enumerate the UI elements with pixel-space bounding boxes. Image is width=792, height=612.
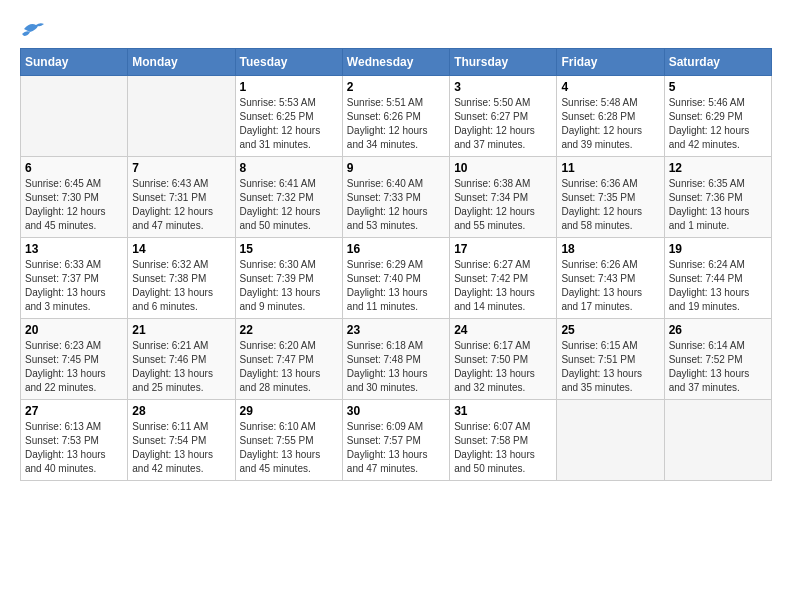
calendar-cell: 1Sunrise: 5:53 AM Sunset: 6:25 PM Daylig… [235, 76, 342, 157]
day-info: Sunrise: 6:40 AM Sunset: 7:33 PM Dayligh… [347, 177, 445, 233]
day-number: 20 [25, 323, 123, 337]
day-number: 12 [669, 161, 767, 175]
calendar-cell: 19Sunrise: 6:24 AM Sunset: 7:44 PM Dayli… [664, 238, 771, 319]
day-number: 17 [454, 242, 552, 256]
day-info: Sunrise: 6:36 AM Sunset: 7:35 PM Dayligh… [561, 177, 659, 233]
day-number: 26 [669, 323, 767, 337]
day-info: Sunrise: 6:21 AM Sunset: 7:46 PM Dayligh… [132, 339, 230, 395]
calendar-cell: 30Sunrise: 6:09 AM Sunset: 7:57 PM Dayli… [342, 400, 449, 481]
calendar-cell: 28Sunrise: 6:11 AM Sunset: 7:54 PM Dayli… [128, 400, 235, 481]
calendar-cell: 15Sunrise: 6:30 AM Sunset: 7:39 PM Dayli… [235, 238, 342, 319]
weekday-header-tuesday: Tuesday [235, 49, 342, 76]
calendar-cell [557, 400, 664, 481]
calendar-week-4: 20Sunrise: 6:23 AM Sunset: 7:45 PM Dayli… [21, 319, 772, 400]
day-number: 1 [240, 80, 338, 94]
calendar-cell: 13Sunrise: 6:33 AM Sunset: 7:37 PM Dayli… [21, 238, 128, 319]
weekday-header-sunday: Sunday [21, 49, 128, 76]
day-info: Sunrise: 6:11 AM Sunset: 7:54 PM Dayligh… [132, 420, 230, 476]
day-number: 27 [25, 404, 123, 418]
day-number: 19 [669, 242, 767, 256]
day-number: 7 [132, 161, 230, 175]
calendar-cell: 7Sunrise: 6:43 AM Sunset: 7:31 PM Daylig… [128, 157, 235, 238]
day-number: 6 [25, 161, 123, 175]
calendar-cell: 10Sunrise: 6:38 AM Sunset: 7:34 PM Dayli… [450, 157, 557, 238]
calendar-cell: 31Sunrise: 6:07 AM Sunset: 7:58 PM Dayli… [450, 400, 557, 481]
day-number: 31 [454, 404, 552, 418]
calendar-cell: 29Sunrise: 6:10 AM Sunset: 7:55 PM Dayli… [235, 400, 342, 481]
calendar-cell: 22Sunrise: 6:20 AM Sunset: 7:47 PM Dayli… [235, 319, 342, 400]
day-info: Sunrise: 6:13 AM Sunset: 7:53 PM Dayligh… [25, 420, 123, 476]
calendar-cell: 27Sunrise: 6:13 AM Sunset: 7:53 PM Dayli… [21, 400, 128, 481]
page-header [20, 20, 772, 38]
day-info: Sunrise: 6:41 AM Sunset: 7:32 PM Dayligh… [240, 177, 338, 233]
day-number: 4 [561, 80, 659, 94]
calendar-cell: 18Sunrise: 6:26 AM Sunset: 7:43 PM Dayli… [557, 238, 664, 319]
day-number: 2 [347, 80, 445, 94]
day-info: Sunrise: 6:14 AM Sunset: 7:52 PM Dayligh… [669, 339, 767, 395]
calendar-cell: 24Sunrise: 6:17 AM Sunset: 7:50 PM Dayli… [450, 319, 557, 400]
day-info: Sunrise: 6:24 AM Sunset: 7:44 PM Dayligh… [669, 258, 767, 314]
calendar-cell: 8Sunrise: 6:41 AM Sunset: 7:32 PM Daylig… [235, 157, 342, 238]
day-number: 28 [132, 404, 230, 418]
day-info: Sunrise: 5:53 AM Sunset: 6:25 PM Dayligh… [240, 96, 338, 152]
day-number: 30 [347, 404, 445, 418]
day-info: Sunrise: 6:15 AM Sunset: 7:51 PM Dayligh… [561, 339, 659, 395]
calendar-cell: 12Sunrise: 6:35 AM Sunset: 7:36 PM Dayli… [664, 157, 771, 238]
day-info: Sunrise: 5:51 AM Sunset: 6:26 PM Dayligh… [347, 96, 445, 152]
day-number: 9 [347, 161, 445, 175]
calendar-cell: 21Sunrise: 6:21 AM Sunset: 7:46 PM Dayli… [128, 319, 235, 400]
day-info: Sunrise: 6:07 AM Sunset: 7:58 PM Dayligh… [454, 420, 552, 476]
day-info: Sunrise: 6:43 AM Sunset: 7:31 PM Dayligh… [132, 177, 230, 233]
day-number: 5 [669, 80, 767, 94]
day-info: Sunrise: 6:20 AM Sunset: 7:47 PM Dayligh… [240, 339, 338, 395]
day-number: 10 [454, 161, 552, 175]
day-info: Sunrise: 6:26 AM Sunset: 7:43 PM Dayligh… [561, 258, 659, 314]
day-number: 23 [347, 323, 445, 337]
day-info: Sunrise: 6:45 AM Sunset: 7:30 PM Dayligh… [25, 177, 123, 233]
calendar-week-2: 6Sunrise: 6:45 AM Sunset: 7:30 PM Daylig… [21, 157, 772, 238]
day-number: 13 [25, 242, 123, 256]
weekday-header-thursday: Thursday [450, 49, 557, 76]
day-info: Sunrise: 6:38 AM Sunset: 7:34 PM Dayligh… [454, 177, 552, 233]
calendar-cell [128, 76, 235, 157]
calendar-cell: 23Sunrise: 6:18 AM Sunset: 7:48 PM Dayli… [342, 319, 449, 400]
weekday-header-monday: Monday [128, 49, 235, 76]
day-info: Sunrise: 6:32 AM Sunset: 7:38 PM Dayligh… [132, 258, 230, 314]
day-info: Sunrise: 6:10 AM Sunset: 7:55 PM Dayligh… [240, 420, 338, 476]
logo [20, 20, 44, 38]
day-number: 21 [132, 323, 230, 337]
day-info: Sunrise: 6:33 AM Sunset: 7:37 PM Dayligh… [25, 258, 123, 314]
calendar-cell: 9Sunrise: 6:40 AM Sunset: 7:33 PM Daylig… [342, 157, 449, 238]
day-info: Sunrise: 6:29 AM Sunset: 7:40 PM Dayligh… [347, 258, 445, 314]
calendar-cell [21, 76, 128, 157]
day-number: 18 [561, 242, 659, 256]
day-info: Sunrise: 6:27 AM Sunset: 7:42 PM Dayligh… [454, 258, 552, 314]
calendar-cell: 14Sunrise: 6:32 AM Sunset: 7:38 PM Dayli… [128, 238, 235, 319]
day-number: 25 [561, 323, 659, 337]
day-number: 3 [454, 80, 552, 94]
calendar-cell: 17Sunrise: 6:27 AM Sunset: 7:42 PM Dayli… [450, 238, 557, 319]
calendar-cell: 2Sunrise: 5:51 AM Sunset: 6:26 PM Daylig… [342, 76, 449, 157]
day-info: Sunrise: 6:35 AM Sunset: 7:36 PM Dayligh… [669, 177, 767, 233]
day-info: Sunrise: 6:09 AM Sunset: 7:57 PM Dayligh… [347, 420, 445, 476]
calendar-cell: 11Sunrise: 6:36 AM Sunset: 7:35 PM Dayli… [557, 157, 664, 238]
calendar-cell: 5Sunrise: 5:46 AM Sunset: 6:29 PM Daylig… [664, 76, 771, 157]
day-info: Sunrise: 5:50 AM Sunset: 6:27 PM Dayligh… [454, 96, 552, 152]
day-number: 15 [240, 242, 338, 256]
day-number: 24 [454, 323, 552, 337]
day-number: 22 [240, 323, 338, 337]
day-info: Sunrise: 6:17 AM Sunset: 7:50 PM Dayligh… [454, 339, 552, 395]
day-info: Sunrise: 5:46 AM Sunset: 6:29 PM Dayligh… [669, 96, 767, 152]
calendar-week-3: 13Sunrise: 6:33 AM Sunset: 7:37 PM Dayli… [21, 238, 772, 319]
day-info: Sunrise: 6:23 AM Sunset: 7:45 PM Dayligh… [25, 339, 123, 395]
day-number: 16 [347, 242, 445, 256]
day-number: 14 [132, 242, 230, 256]
day-info: Sunrise: 6:18 AM Sunset: 7:48 PM Dayligh… [347, 339, 445, 395]
day-number: 8 [240, 161, 338, 175]
weekday-header-wednesday: Wednesday [342, 49, 449, 76]
calendar-cell: 6Sunrise: 6:45 AM Sunset: 7:30 PM Daylig… [21, 157, 128, 238]
weekday-header-friday: Friday [557, 49, 664, 76]
calendar-cell: 3Sunrise: 5:50 AM Sunset: 6:27 PM Daylig… [450, 76, 557, 157]
weekday-header-saturday: Saturday [664, 49, 771, 76]
day-number: 11 [561, 161, 659, 175]
